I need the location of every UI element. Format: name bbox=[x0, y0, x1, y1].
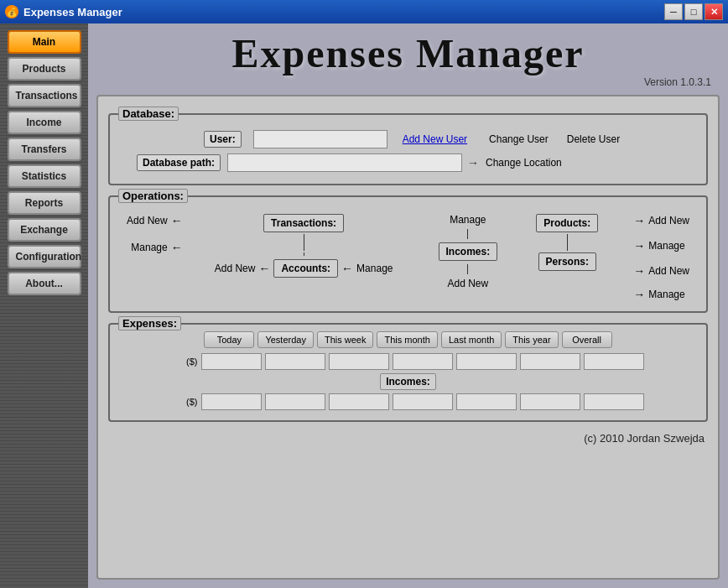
expenses-year-input[interactable] bbox=[520, 353, 580, 370]
period-yesterday[interactable]: Yesterday bbox=[257, 331, 314, 348]
period-today[interactable]: Today bbox=[204, 331, 254, 348]
app-icon: 💰 bbox=[5, 5, 18, 18]
incomes-data-row: ($) bbox=[120, 393, 696, 410]
products-manage-right: Manage bbox=[648, 240, 684, 252]
persons-box: Persons: bbox=[538, 252, 596, 271]
period-this-year[interactable]: This year bbox=[505, 331, 558, 348]
persons-add-new-right: Add New bbox=[648, 265, 689, 277]
window-controls: ─ □ ✕ bbox=[664, 3, 723, 20]
period-last-month[interactable]: Last month bbox=[441, 331, 502, 348]
sidebar-item-configuration[interactable]: Configuration bbox=[8, 245, 81, 268]
expenses-month-input[interactable] bbox=[393, 353, 453, 370]
sidebar-item-income[interactable]: Income bbox=[8, 111, 81, 134]
add-new-user-link[interactable]: Add New User bbox=[403, 133, 467, 145]
expenses-yesterday-input[interactable] bbox=[265, 353, 325, 370]
sidebar-item-reports[interactable]: Reports bbox=[8, 191, 81, 215]
title-bar: 💰 Expenses Manager ─ □ ✕ bbox=[0, 0, 728, 23]
minimize-button[interactable]: ─ bbox=[664, 3, 683, 20]
main-panel: Database: User: Add New User Change User… bbox=[96, 95, 720, 580]
expenses-dollar-label: ($) bbox=[173, 356, 198, 367]
products-add-new-right: Add New bbox=[648, 215, 689, 226]
accounts-add-new-label: Add New bbox=[215, 263, 256, 274]
expenses-section-label: Expenses: bbox=[118, 316, 181, 330]
app-title: Expenses Manager bbox=[96, 32, 720, 76]
change-user-text[interactable]: Change User bbox=[489, 133, 549, 145]
arrow-left-2: ← bbox=[171, 241, 183, 254]
expenses-data-row: ($) bbox=[120, 353, 696, 370]
operations-section: Operations: Add New ← Manage ← bbox=[108, 195, 708, 313]
version-text: Version 1.0.3.1 bbox=[96, 76, 720, 88]
sidebar: Main Products Transactions Income Transf… bbox=[0, 23, 88, 588]
transactions-manage-label: Manage bbox=[131, 242, 167, 253]
accounts-manage-label: Manage bbox=[356, 263, 393, 274]
incomes-dollar-label: ($) bbox=[173, 397, 198, 407]
incomes-yesterday-input[interactable] bbox=[265, 393, 325, 410]
incomes-sub-label: Incomes: bbox=[380, 373, 436, 390]
incomes-overall-input[interactable] bbox=[584, 393, 644, 410]
period-overall[interactable]: Overall bbox=[562, 331, 612, 348]
accounts-box: Accounts: bbox=[273, 259, 338, 278]
change-location-text[interactable]: Change Location bbox=[486, 157, 562, 169]
incomes-year-input[interactable] bbox=[520, 393, 580, 410]
period-buttons-row: Today Yesterday This week This month Las… bbox=[120, 331, 696, 348]
products-box: Products: bbox=[536, 214, 598, 232]
delete-user-text[interactable]: Delete User bbox=[567, 133, 620, 145]
sidebar-item-transactions[interactable]: Transactions bbox=[8, 84, 81, 107]
incomes-today-input[interactable] bbox=[201, 393, 262, 410]
close-button[interactable]: ✕ bbox=[705, 3, 723, 20]
operations-section-label: Operations: bbox=[118, 189, 188, 203]
copyright-text: (c) 2010 Jordan Szwejda bbox=[108, 432, 708, 445]
expenses-today-input[interactable] bbox=[201, 353, 262, 370]
db-path-input[interactable] bbox=[227, 154, 462, 172]
expenses-lastmonth-input[interactable] bbox=[456, 353, 517, 370]
window-title: Expenses Manager bbox=[23, 6, 664, 18]
sidebar-item-statistics[interactable]: Statistics bbox=[8, 164, 81, 188]
sidebar-item-products[interactable]: Products bbox=[8, 57, 81, 81]
persons-manage-right: Manage bbox=[648, 289, 684, 300]
sidebar-item-about[interactable]: About... bbox=[8, 272, 81, 295]
transactions-box: Transactions: bbox=[263, 214, 344, 232]
sidebar-item-main[interactable]: Main bbox=[8, 30, 81, 54]
incomes-month-input[interactable] bbox=[393, 393, 453, 410]
period-this-week[interactable]: This week bbox=[317, 331, 374, 348]
database-section-label: Database: bbox=[118, 107, 179, 121]
incomes-week-input[interactable] bbox=[329, 393, 389, 410]
arrow-left-1: ← bbox=[171, 214, 183, 227]
incomes-add-new-label: Add New bbox=[448, 278, 489, 289]
main-container: Main Products Transactions Income Transf… bbox=[0, 23, 728, 588]
database-section: Database: User: Add New User Change User… bbox=[108, 113, 708, 185]
manage-center-label: Manage bbox=[450, 214, 486, 226]
sidebar-item-transfers[interactable]: Transfers bbox=[8, 138, 81, 161]
expenses-section: Expenses: Today Yesterday This week This… bbox=[108, 323, 708, 422]
sidebar-item-exchange[interactable]: Exchange bbox=[8, 218, 81, 242]
expenses-overall-input[interactable] bbox=[584, 353, 644, 370]
content-area: Expenses Manager Version 1.0.3.1 Databas… bbox=[88, 23, 728, 588]
transactions-add-new-label: Add New bbox=[127, 215, 168, 226]
user-label: User: bbox=[204, 131, 242, 148]
expenses-week-input[interactable] bbox=[329, 353, 389, 370]
period-this-month[interactable]: This month bbox=[377, 331, 437, 348]
user-input[interactable] bbox=[253, 130, 387, 148]
incomes-box: Incomes: bbox=[439, 242, 498, 261]
db-path-label: Database path: bbox=[137, 154, 221, 171]
maximize-button[interactable]: □ bbox=[684, 3, 703, 20]
incomes-lastmonth-input[interactable] bbox=[456, 393, 517, 410]
